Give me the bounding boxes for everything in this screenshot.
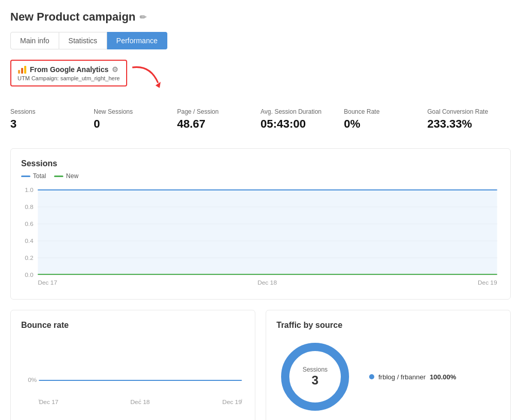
bounce-card: Bounce rate 0% Dec 17 Dec 18 Dec 19: [10, 310, 255, 420]
metric-label: Bounce Rate: [344, 108, 417, 115]
traffic-card: Traffic by source Sessions 3 frblog / fr…: [266, 310, 511, 420]
sessions-chart-area: 1.0 0.8 0.6 0.4 0.2 0.0 Dec 17 Dec 18 De…: [21, 186, 500, 289]
legend-new-dot: [54, 176, 63, 177]
svg-text:Dec 19: Dec 19: [222, 399, 242, 405]
utm-label: UTM Campaign:: [18, 75, 59, 81]
svg-text:0.0: 0.0: [25, 272, 33, 278]
svg-text:1.0: 1.0: [25, 187, 33, 193]
metric-value: 0: [94, 117, 167, 131]
donut-center: Sessions 3: [303, 366, 328, 388]
sessions-chart-card: Sessions Total New 1.0 0.8 0.6 0.4 0.2 0…: [10, 148, 511, 300]
svg-text:0.2: 0.2: [25, 255, 33, 261]
metric-bounce-rate: Bounce Rate 0%: [344, 108, 427, 131]
svg-marker-16: [38, 190, 497, 275]
metric-goal-conversion: Goal Conversion Rate 233.33%: [427, 108, 511, 131]
sessions-chart-title: Sessions: [21, 159, 500, 168]
traffic-legend-dot: [369, 374, 374, 379]
metric-value: 233.33%: [427, 117, 500, 131]
traffic-content: Sessions 3 frblog / frbanner 100.00%: [276, 338, 500, 415]
metric-value: 05:43:00: [260, 117, 334, 131]
legend-total-label: Total: [33, 172, 46, 180]
svg-text:Dec 19: Dec 19: [478, 279, 497, 286]
traffic-legend-item: frblog / frbanner 100.00%: [369, 373, 456, 381]
metric-value: 48.67: [177, 117, 250, 131]
svg-text:0.4: 0.4: [25, 238, 33, 244]
legend-total-dot: [21, 176, 30, 177]
metric-label: Sessions: [10, 108, 83, 115]
traffic-legend-label: frblog / frbanner: [378, 373, 426, 381]
utm-value: sample_utm_right_here: [60, 75, 120, 81]
bounce-chart-title: Bounce rate: [21, 321, 245, 330]
legend-new-label: New: [66, 172, 78, 180]
analytics-label: From Google Analytics: [30, 65, 109, 74]
traffic-legend-pct: 100.00%: [430, 373, 456, 381]
svg-text:Dec 18: Dec 18: [257, 279, 277, 286]
edit-icon[interactable]: ✏: [140, 12, 146, 22]
metric-avg-duration: Avg. Session Duration 05:43:00: [260, 108, 344, 131]
analytics-source-box: From Google Analytics ⚙ UTM Campaign: sa…: [10, 60, 127, 86]
metric-label: New Sessions: [94, 108, 167, 115]
svg-text:Dec 17: Dec 17: [38, 279, 57, 286]
donut-container: Sessions 3: [276, 338, 354, 415]
svg-text:0.6: 0.6: [25, 221, 33, 227]
metric-value: 3: [10, 117, 83, 131]
svg-text:0%: 0%: [28, 377, 37, 383]
legend-new: New: [54, 172, 78, 180]
analytics-icon: [18, 65, 27, 74]
svg-text:Dec 17: Dec 17: [39, 399, 59, 405]
sessions-chart-legend: Total New: [21, 172, 500, 180]
legend-total: Total: [21, 172, 46, 180]
arrow-annotation: [130, 62, 166, 90]
traffic-legend: frblog / frbanner 100.00%: [369, 373, 456, 381]
metric-value: 0%: [344, 117, 417, 131]
metric-label: Page / Session: [177, 108, 250, 115]
tab-main-info[interactable]: Main info: [10, 32, 59, 49]
svg-rect-1: [21, 68, 23, 74]
page-title: New Product campaign ✏: [10, 10, 511, 24]
bounce-chart-area: 0% Dec 17 Dec 18 Dec 19: [21, 338, 245, 410]
donut-center-value: 3: [303, 373, 328, 388]
donut-center-label: Sessions: [303, 366, 328, 373]
gear-icon[interactable]: ⚙: [112, 65, 118, 74]
tab-performance[interactable]: Performance: [107, 32, 167, 49]
svg-text:0.8: 0.8: [25, 204, 33, 210]
metric-page-session: Page / Session 48.67: [177, 108, 260, 131]
metric-new-sessions: New Sessions 0: [94, 108, 177, 131]
traffic-chart-title: Traffic by source: [276, 321, 500, 330]
svg-rect-2: [24, 66, 26, 74]
tab-statistics[interactable]: Statistics: [59, 32, 107, 49]
metric-label: Goal Conversion Rate: [427, 108, 500, 115]
metric-sessions: Sessions 3: [10, 108, 94, 131]
metric-label: Avg. Session Duration: [260, 108, 334, 115]
tabs-container: Main info Statistics Performance: [10, 32, 511, 49]
metrics-row: Sessions 3 New Sessions 0 Page / Session…: [10, 103, 511, 136]
svg-rect-0: [18, 70, 20, 74]
title-text: New Product campaign: [10, 10, 135, 24]
bottom-row: Bounce rate 0% Dec 17 Dec 18 Dec 19 Traf…: [10, 310, 511, 420]
